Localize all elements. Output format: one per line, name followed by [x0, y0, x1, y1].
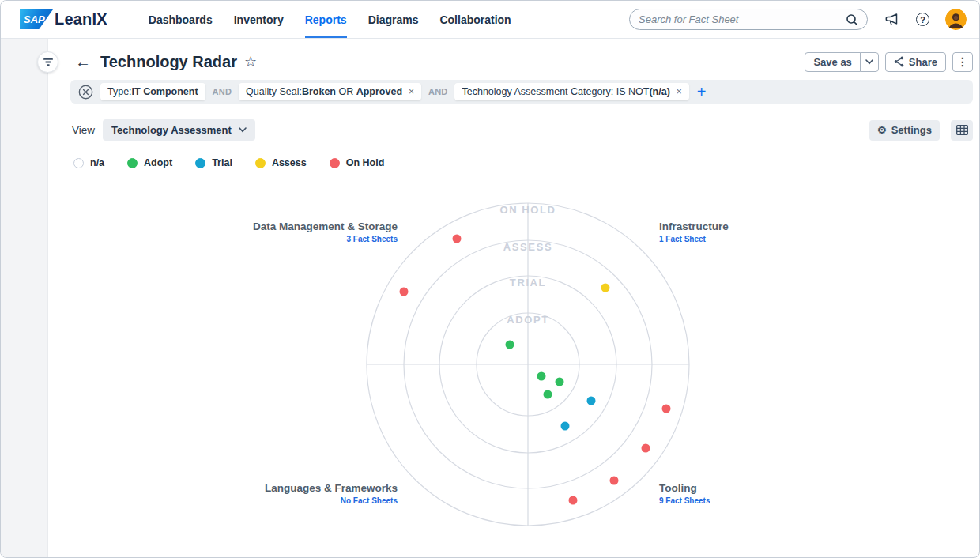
filter-chip-technology-assessment-category[interactable]: Technology Assessment Category: IS NOT (…	[454, 83, 688, 100]
filter-funnel-icon	[43, 58, 53, 66]
nav-item-collaboration[interactable]: Collaboration	[439, 1, 511, 38]
main-navigation: Dashboards Inventory Reports Diagrams Co…	[149, 1, 511, 38]
technology-radar-chart: ADOPTTRIALASSESSON HOLDData Management &…	[1, 183, 980, 554]
radar-ring-label: ON HOLD	[499, 204, 556, 216]
filter-conjunction: AND	[213, 87, 232, 96]
favorite-star-icon[interactable]: ☆	[244, 55, 257, 69]
clear-filters-icon[interactable]	[78, 85, 93, 100]
legend-item-adopt[interactable]: Adopt	[127, 157, 172, 168]
filter-chip-quality-seal[interactable]: Quality Seal: Broken OR Approved ×	[239, 83, 421, 100]
legend-item-na[interactable]: n/a	[74, 157, 104, 168]
search-icon[interactable]	[846, 13, 858, 26]
settings-button[interactable]: ⚙ Settings	[869, 120, 940, 141]
add-filter-button[interactable]: +	[697, 84, 707, 100]
legend: n/a Adopt Trial Assess On Hold	[74, 157, 973, 168]
filter-panel-toggle-button[interactable]	[37, 51, 58, 73]
chevron-down-icon	[865, 59, 873, 65]
legend-item-assess[interactable]: Assess	[255, 157, 307, 168]
legend-item-on-hold[interactable]: On Hold	[330, 157, 385, 168]
nav-item-dashboards[interactable]: Dashboards	[149, 1, 213, 38]
page-title: Technology Radar	[100, 53, 237, 71]
nav-item-inventory[interactable]: Inventory	[234, 1, 284, 38]
back-arrow-icon[interactable]: ←	[75, 54, 91, 70]
user-avatar[interactable]	[945, 9, 967, 30]
view-bar: View Technology Assessment ⚙ Settings	[72, 119, 973, 141]
radar-point-adopt[interactable]	[537, 372, 546, 381]
view-selector-dropdown[interactable]: Technology Assessment	[103, 119, 255, 141]
chevron-down-icon	[239, 127, 247, 133]
help-icon[interactable]: ?	[916, 13, 929, 26]
radar-point-adopt[interactable]	[556, 378, 564, 386]
nav-item-reports[interactable]: Reports	[305, 1, 347, 38]
legend-swatch-assess	[255, 158, 266, 168]
legend-swatch-trial	[195, 158, 205, 168]
radar-point-on-hold[interactable]	[453, 235, 462, 243]
save-as-button[interactable]: Save as	[805, 52, 860, 72]
filter-conjunction: AND	[428, 87, 447, 96]
remove-filter-icon[interactable]: ×	[677, 87, 682, 96]
radar-point-on-hold[interactable]	[662, 405, 671, 413]
share-icon	[894, 56, 904, 67]
radar-point-adopt[interactable]	[544, 390, 552, 399]
quadrant-fact-sheet-link[interactable]: No Fact Sheets	[341, 496, 398, 505]
share-button[interactable]: Share	[885, 52, 946, 72]
radar-point-adopt[interactable]	[506, 341, 514, 349]
legend-item-trial[interactable]: Trial	[195, 157, 232, 168]
legend-swatch-na	[74, 158, 84, 168]
remove-filter-icon[interactable]: ×	[409, 87, 414, 96]
radar-point-on-hold[interactable]	[642, 444, 650, 453]
top-navigation-bar: SAP LeanIX Dashboards Inventory Reports …	[1, 1, 979, 39]
radar-ring-label: ADOPT	[507, 314, 549, 326]
view-label: View	[72, 124, 95, 136]
leanix-logo-text: LeanIX	[55, 10, 107, 28]
legend-swatch-on-hold	[330, 158, 340, 168]
sap-logo: SAP	[20, 9, 53, 29]
report-title-bar: ← Technology Radar ☆ Save as Share ⋮	[75, 49, 973, 74]
quadrant-title: Data Management & Storage	[253, 221, 398, 232]
radar-ring-label: ASSESS	[503, 241, 552, 253]
nav-item-diagrams[interactable]: Diagrams	[368, 1, 419, 38]
announcements-megaphone-icon[interactable]	[884, 12, 899, 27]
quadrant-fact-sheet-link[interactable]: 1 Fact Sheet	[659, 235, 707, 243]
app-window: SAP LeanIX Dashboards Inventory Reports …	[0, 0, 980, 558]
search-box[interactable]	[629, 9, 868, 30]
quadrant-title: Tooling	[659, 482, 697, 494]
quadrant-fact-sheet-link[interactable]: 9 Fact Sheets	[659, 496, 710, 505]
save-as-dropdown-button[interactable]	[860, 52, 879, 72]
radar-ring-label: TRIAL	[510, 277, 546, 288]
radar-point-on-hold[interactable]	[400, 288, 409, 296]
quadrant-title: Infrastructure	[659, 221, 729, 232]
radar-point-trial[interactable]	[561, 422, 570, 431]
search-input[interactable]	[639, 13, 846, 25]
sap-leanix-logo[interactable]: SAP LeanIX	[20, 9, 107, 29]
more-options-kebab-icon[interactable]: ⋮	[952, 52, 973, 72]
filter-chip-type[interactable]: Type: IT Component	[100, 83, 205, 100]
quadrant-fact-sheet-link[interactable]: 3 Fact Sheets	[347, 235, 398, 243]
radar-point-trial[interactable]	[587, 397, 596, 405]
gear-icon: ⚙	[877, 124, 887, 136]
filter-bar: Type: IT Component AND Quality Seal: Bro…	[70, 80, 973, 104]
legend-swatch-adopt	[127, 158, 138, 168]
table-view-icon[interactable]	[951, 120, 973, 141]
quadrant-title: Languages & Frameworks	[265, 482, 398, 494]
radar-point-on-hold[interactable]	[610, 477, 619, 485]
radar-point-on-hold[interactable]	[569, 496, 578, 505]
radar-point-assess[interactable]	[601, 284, 610, 292]
